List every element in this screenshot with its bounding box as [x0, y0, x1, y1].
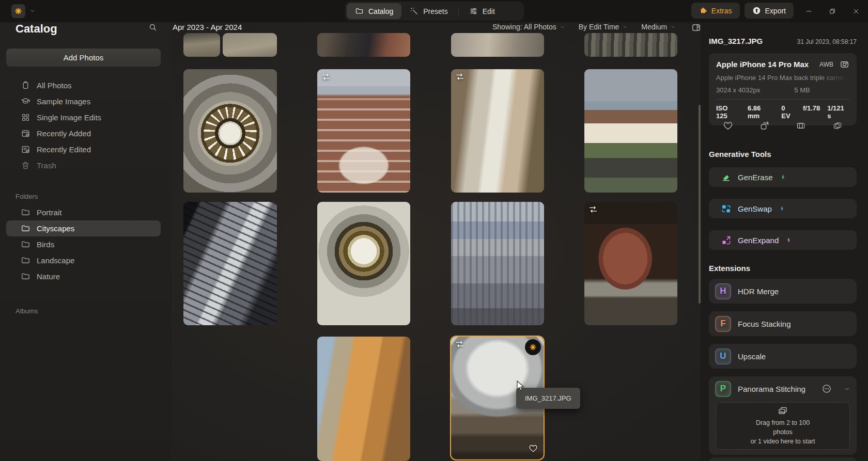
sidebar-item-single-image-edits[interactable]: Single Image Edits — [6, 109, 161, 125]
tab-label: Catalog — [368, 7, 393, 15]
hdr-merge-label: HDR Merge — [738, 287, 850, 296]
folder-icon — [355, 7, 364, 15]
divider — [716, 99, 849, 100]
capture-datetime: 31 Jul 2023, 08:58:17 — [797, 38, 857, 45]
upscale-button[interactable]: U Upscale — [709, 344, 857, 369]
photo-thumbnail[interactable] — [317, 69, 410, 193]
sidebar-folder-landscape[interactable]: Landscape — [6, 252, 161, 268]
tab-catalog[interactable]: Catalog — [347, 3, 401, 19]
magic-wand-icon — [410, 7, 419, 15]
panel-toggle-icon[interactable] — [691, 23, 702, 33]
search-icon[interactable] — [148, 23, 158, 32]
sidebar-item-all-photos[interactable]: All Photos — [6, 77, 161, 93]
sliders-icon — [469, 7, 478, 15]
favorite-heart-icon[interactable] — [528, 443, 538, 453]
grid-icon — [21, 113, 30, 122]
photo-thumbnail[interactable] — [451, 69, 544, 193]
rotate-icon[interactable] — [759, 120, 770, 131]
sort-dropdown[interactable]: By Edit Time — [579, 23, 628, 31]
logo-menu-chevron-icon[interactable] — [29, 8, 36, 14]
folder-icon — [21, 208, 30, 217]
chevron-down-icon — [670, 24, 676, 30]
folder-icon — [21, 224, 30, 233]
swap-arrows-icon — [455, 340, 465, 348]
panorama-badge: P — [715, 381, 731, 397]
sidebar-folder-nature[interactable]: Nature — [6, 268, 161, 284]
catalog-sidebar: Catalog Add Photos All Photos Sample Ima… — [0, 22, 172, 461]
photo-thumbnail[interactable] — [317, 33, 410, 57]
generase-label: GenErase — [738, 173, 773, 182]
folders-nav: Portrait Cityscapes Birds Landscape Natu… — [6, 204, 161, 284]
focal-length-value: 6.86 mm — [748, 104, 774, 120]
dropzone-text: or 1 video here to start — [750, 437, 815, 446]
top-actions: Extras Export — [691, 3, 794, 19]
trash-icon — [21, 161, 30, 170]
tab-presets[interactable]: Presets — [401, 3, 456, 19]
photo-thumbnail[interactable] — [223, 33, 277, 57]
app-window: Catalog Presets Edit Extras Export — [0, 0, 868, 461]
panorama-dropzone[interactable]: Drag from 2 to 100 photos or 1 video her… — [716, 402, 850, 450]
hdr-merge-badge: H — [715, 283, 731, 299]
photo-thumbnail[interactable] — [451, 33, 544, 57]
app-logo[interactable] — [11, 4, 25, 18]
minimize-button[interactable] — [797, 0, 820, 22]
sidebar-item-recently-added[interactable]: Recently Added — [6, 125, 161, 141]
photos-icon — [21, 81, 30, 90]
sync-edits-icon[interactable] — [832, 120, 843, 131]
folder-icon — [21, 256, 30, 265]
more-options-icon[interactable] — [822, 384, 832, 394]
folder-icon — [21, 240, 30, 249]
tab-edit[interactable]: Edit — [461, 3, 503, 19]
albums-header: Albums — [16, 307, 38, 315]
photo-thumbnail[interactable] — [317, 202, 410, 325]
extensions-header: Extensions — [709, 264, 750, 273]
focus-stacking-label: Focus Stacking — [738, 320, 850, 328]
upscale-badge: U — [715, 348, 731, 364]
hdr-merge-button[interactable]: H HDR Merge — [709, 279, 857, 304]
folder-icon — [21, 272, 30, 281]
filename-tooltip: IMG_3217.JPG — [516, 388, 580, 409]
exif-row: ISO 125 6.86 mm 0 EV f/1.78 1/121 s — [716, 104, 849, 120]
sidebar-item-recently-edited[interactable]: Recently Edited — [6, 141, 161, 157]
photo-thumbnail[interactable] — [584, 69, 677, 193]
photo-thumbnail[interactable] — [183, 69, 277, 193]
sidebar-item-trash[interactable]: Trash — [6, 157, 161, 173]
genexpand-button[interactable]: GenExpand — [709, 230, 857, 250]
add-photos-button[interactable]: Add Photos — [6, 49, 161, 67]
aperture-value: f/1.78 — [803, 104, 820, 120]
sidebar-folder-birds[interactable]: Birds — [6, 236, 161, 252]
photo-thumbnail[interactable] — [183, 202, 277, 325]
focus-stacking-button[interactable]: F Focus Stacking — [709, 311, 857, 336]
copy-edits-icon[interactable] — [795, 120, 807, 131]
favorite-heart-icon[interactable] — [722, 120, 734, 131]
catalog-nav: All Photos Sample Images Single Image Ed… — [6, 77, 161, 173]
photo-thumbnail[interactable] — [451, 202, 544, 325]
camera-icon — [840, 59, 849, 69]
thumbnail-size-dropdown[interactable]: Medium — [641, 23, 676, 31]
showing-filter-dropdown[interactable]: Showing: All Photos — [492, 23, 565, 31]
asterisk-icon — [14, 7, 23, 15]
genswap-button[interactable]: GenSwap — [709, 199, 857, 218]
restore-button[interactable] — [820, 0, 844, 22]
collapse-chevron-icon[interactable] — [844, 386, 850, 392]
close-button[interactable] — [844, 0, 868, 22]
dome-lights — [183, 69, 277, 193]
photo-thumbnail[interactable] — [183, 337, 277, 461]
generase-button[interactable]: GenErase — [709, 167, 857, 187]
photo-thumbnail[interactable] — [183, 33, 220, 57]
sidebar-folder-portrait[interactable]: Portrait — [6, 204, 161, 220]
edits-check-icon — [21, 145, 30, 154]
photo-thumbnail[interactable] — [317, 337, 410, 461]
file-row: IMG_3217.JPG 31 Jul 2023, 08:58:17 — [709, 37, 857, 45]
exposure-bias-value: 0 EV — [781, 104, 796, 120]
extras-button[interactable]: Extras — [691, 3, 740, 19]
sidebar-item-sample-images[interactable]: Sample Images — [6, 93, 161, 109]
generase-eraser-icon — [721, 172, 732, 183]
swap-arrows-icon — [455, 73, 465, 81]
panorama-stitching-card[interactable]: P Panorama Stitching Drag from 2 to 100 … — [709, 376, 857, 455]
photo-thumbnail[interactable] — [584, 33, 677, 57]
sidebar-folder-cityscapes[interactable]: Cityscapes — [6, 220, 161, 236]
export-button[interactable]: Export — [745, 3, 794, 19]
photo-thumbnail[interactable] — [584, 202, 677, 325]
sidebar-title: Catalog — [16, 22, 57, 36]
